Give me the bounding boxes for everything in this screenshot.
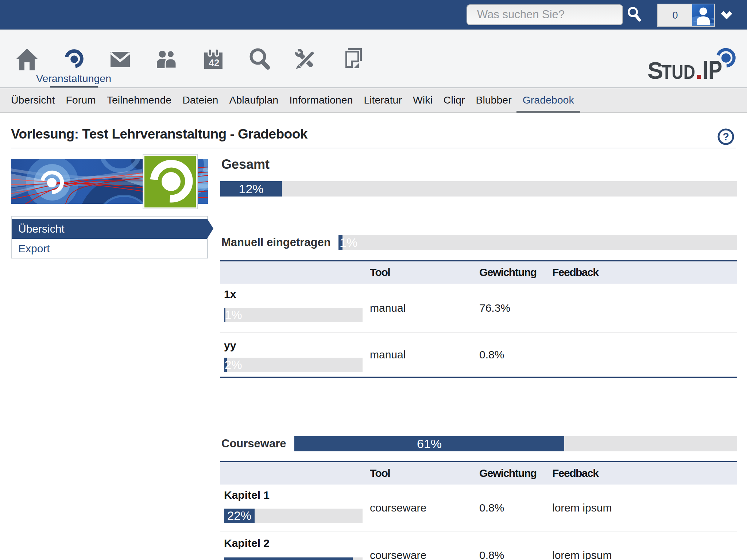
svg-text:42: 42 (209, 57, 220, 68)
svg-text:?: ? (723, 131, 729, 143)
svg-text:S: S (647, 57, 663, 84)
svg-text:TUD: TUD (662, 61, 695, 83)
svg-text:IP: IP (703, 55, 722, 84)
